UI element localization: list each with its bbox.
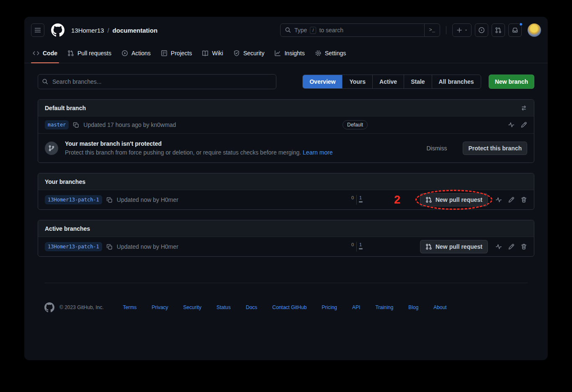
tab-wiki[interactable]: Wiki	[198, 44, 227, 63]
new-pull-request-button[interactable]: New pull request	[420, 240, 488, 253]
tab-insights[interactable]: Insights	[270, 44, 309, 63]
rename-branch-button[interactable]	[508, 196, 515, 203]
behind-count: 0	[350, 195, 356, 203]
copy-icon	[106, 197, 113, 203]
protection-title: Your master branch isn't protected	[65, 140, 420, 147]
default-badge: Default	[343, 120, 368, 129]
footer-link-contact-github[interactable]: Contact GitHub	[272, 304, 307, 310]
tab-label: Code	[43, 50, 57, 57]
footer-divider	[44, 283, 528, 283]
tab-actions[interactable]: Actions	[117, 44, 155, 63]
ahead-count: 1	[358, 195, 363, 203]
footer-github-logo-link[interactable]	[44, 302, 54, 312]
page-footer: © 2023 GitHub, Inc. Terms Privacy Securi…	[38, 283, 534, 312]
new-pull-request-button[interactable]: New pull request	[420, 193, 488, 206]
tab-projects[interactable]: Projects	[157, 44, 196, 63]
card-title: Your branches	[45, 178, 85, 185]
footer-link-status[interactable]: Status	[216, 304, 231, 310]
active-branches-header: Active branches	[38, 220, 534, 237]
book-icon	[202, 50, 209, 57]
hamburger-menu-button[interactable]	[31, 23, 44, 37]
search-placeholder-suffix: to search	[319, 27, 343, 34]
issues-button[interactable]	[475, 23, 488, 37]
tab-pull-requests[interactable]: Pull requests	[63, 44, 116, 63]
footer-link-about[interactable]: About	[433, 304, 446, 310]
annotation-step-number: 2	[394, 193, 400, 206]
branch-activity-button[interactable]	[508, 121, 515, 128]
branch-row-master: master Updated 17 hours ago by kn0wmad D…	[38, 116, 534, 133]
footer-link-training[interactable]: Training	[375, 304, 393, 310]
hamburger-icon	[34, 27, 41, 34]
copy-branch-name-button[interactable]	[106, 197, 113, 203]
footer-link-pricing[interactable]: Pricing	[322, 304, 337, 310]
filter-all-branches[interactable]: All branches	[432, 75, 481, 88]
default-branch-header: Default branch	[38, 100, 534, 116]
filter-overview[interactable]: Overview	[303, 75, 342, 88]
footer-link-privacy[interactable]: Privacy	[152, 304, 168, 310]
branch-name-link[interactable]: 13Homer13-patch-1	[45, 195, 102, 204]
branch-search-input[interactable]	[38, 74, 276, 89]
ahead-bar	[359, 201, 363, 203]
protect-branch-button[interactable]: Protect this branch	[463, 142, 527, 155]
create-new-button[interactable]	[452, 23, 472, 37]
footer-link-docs[interactable]: Docs	[246, 304, 257, 310]
branch-name-link[interactable]: master	[45, 120, 69, 129]
avatar[interactable]	[528, 23, 541, 37]
dismiss-button[interactable]: Dismiss	[426, 145, 447, 152]
branch-activity-button[interactable]	[495, 243, 502, 250]
github-window: 13Homer13 / documentation Type / to sear…	[24, 17, 548, 360]
learn-more-link[interactable]: Learn more	[303, 149, 333, 156]
footer-link-api[interactable]: API	[352, 304, 360, 310]
copy-branch-name-button[interactable]	[106, 244, 113, 250]
rename-branch-button[interactable]	[508, 243, 515, 250]
branch-name-link[interactable]: 13Homer13-patch-1	[45, 242, 102, 251]
your-branches-header: Your branches	[38, 173, 534, 190]
pencil-icon	[508, 196, 515, 203]
ahead-behind-counts: 0 1	[350, 242, 363, 252]
issue-opened-icon	[478, 27, 485, 34]
branch-activity-button[interactable]	[495, 196, 502, 203]
delete-branch-button[interactable]	[520, 243, 527, 250]
github-home-link[interactable]	[51, 23, 64, 37]
counts-divider	[356, 195, 357, 205]
command-palette-button[interactable]: >_	[424, 24, 440, 36]
trash-icon	[520, 196, 527, 203]
footer-link-blog[interactable]: Blog	[408, 304, 418, 310]
protection-description-text: Protect this branch from force pushing o…	[65, 149, 301, 156]
change-default-branch-button[interactable]	[520, 105, 527, 111]
breadcrumb-owner[interactable]: 13Homer13	[71, 27, 104, 34]
footer-link-security[interactable]: Security	[183, 304, 201, 310]
protection-text: Your master branch isn't protected Prote…	[65, 140, 420, 156]
breadcrumb-repo[interactable]: documentation	[113, 27, 158, 34]
row-actions	[508, 121, 527, 128]
counts-divider	[356, 242, 357, 252]
gear-icon	[315, 50, 322, 57]
new-branch-button[interactable]: New branch	[489, 75, 534, 89]
rename-branch-button[interactable]	[520, 121, 527, 128]
tab-code[interactable]: Code	[28, 44, 62, 63]
behind-count-value: 0	[351, 195, 354, 200]
tab-settings[interactable]: Settings	[311, 44, 350, 63]
app-header: 13Homer13 / documentation Type / to sear…	[24, 17, 548, 44]
row-actions	[495, 243, 527, 250]
global-search[interactable]: Type / to search >_	[280, 23, 440, 37]
search-placeholder-prefix: Type	[294, 27, 307, 34]
global-search-placeholder: Type / to search	[281, 27, 424, 34]
copy-icon	[73, 122, 79, 128]
compare-arrows-icon	[520, 105, 527, 111]
filter-stale[interactable]: Stale	[404, 75, 431, 88]
footer-link-terms[interactable]: Terms	[123, 304, 137, 310]
delete-branch-button[interactable]	[520, 196, 527, 203]
filter-active[interactable]: Active	[372, 75, 404, 88]
filter-yours[interactable]: Yours	[342, 75, 372, 88]
behind-count: 0	[350, 242, 356, 250]
plus-icon	[456, 27, 463, 34]
default-branch-card: Default branch master Updated 17 hours a…	[38, 99, 534, 163]
copy-branch-name-button[interactable]	[73, 122, 79, 128]
ahead-count-value: 1	[359, 195, 362, 200]
pull-requests-button[interactable]	[492, 23, 505, 37]
inbox-button[interactable]	[508, 23, 522, 37]
new-pull-request-wrap: New pull request	[420, 240, 488, 253]
tab-security[interactable]: Security	[229, 44, 269, 63]
pulse-icon	[495, 196, 502, 203]
